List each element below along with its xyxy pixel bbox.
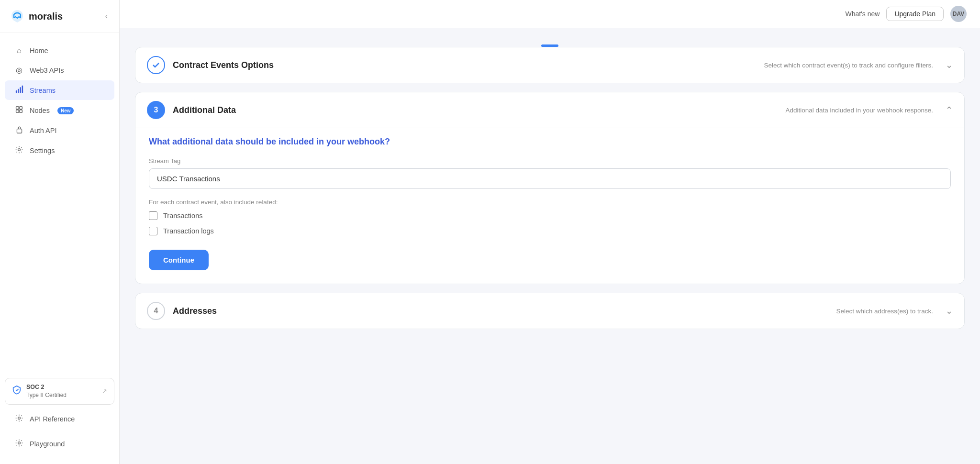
sidebar-item-playground-label: Playground [30,440,65,448]
svg-rect-3 [22,86,23,93]
playground-icon [14,439,24,449]
soc2-external-link-icon: ↗ [102,387,107,395]
sidebar-item-settings[interactable]: Settings [5,141,114,160]
contract-events-title: Contract Events Options [173,60,757,70]
sidebar-item-playground[interactable]: Playground [5,434,114,453]
sidebar-item-nodes-label: Nodes [30,107,50,114]
authapi-icon [14,126,24,135]
transaction-logs-checkbox-item: Transaction logs [149,227,951,235]
transactions-checkbox-item: Transactions [149,211,951,220]
content-area: Contract Events Options Select which con… [120,28,980,464]
svg-rect-1 [18,89,19,93]
svg-rect-6 [16,110,19,113]
svg-rect-7 [20,110,22,113]
contract-events-card: Contract Events Options Select which con… [135,47,965,83]
sidebar-item-authapi[interactable]: Auth API [5,121,114,140]
stream-tag-label: Stream Tag [149,157,951,165]
sidebar: moralis ‹ ⌂ Home ◎ Web3 APIs Streams [0,0,120,464]
transaction-logs-checkbox[interactable] [149,227,157,235]
tab-pill [541,44,558,47]
nodes-icon [14,106,24,115]
svg-point-9 [18,149,21,151]
step-circle-additional-data: 3 [147,101,165,119]
additional-data-desc: Additional data included in your webhook… [786,107,933,114]
soc2-badge[interactable]: SOC 2 Type II Certified ↗ [5,378,114,405]
svg-rect-8 [17,129,22,133]
sidebar-item-streams[interactable]: Streams [5,80,114,100]
sidebar-item-web3apis[interactable]: ◎ Web3 APIs [5,61,114,79]
step-circle-addresses: 4 [147,302,165,320]
svg-rect-0 [15,90,17,93]
sidebar-header: moralis ‹ [0,0,119,33]
sidebar-item-web3apis-label: Web3 APIs [30,66,64,74]
sidebar-item-streams-label: Streams [30,87,56,94]
sidebar-item-api-reference-label: API Reference [30,415,75,423]
sidebar-item-settings-label: Settings [30,147,55,155]
tab-indicator [135,42,965,47]
additional-data-body: What additional data should be included … [135,128,964,284]
transaction-logs-label: Transaction logs [163,227,214,235]
addresses-title: Addresses [173,306,828,316]
avatar[interactable]: DAV [950,6,967,22]
contract-events-chevron: ⌄ [946,60,953,70]
api-reference-icon [14,414,24,424]
addresses-header[interactable]: 4 Addresses Select which address(es) to … [135,293,964,329]
sidebar-item-home[interactable]: ⌂ Home [5,42,114,60]
additional-data-chevron: ⌃ [946,105,953,115]
home-icon: ⌂ [14,46,24,55]
svg-rect-4 [16,107,19,110]
transactions-checkbox[interactable] [149,211,157,220]
sidebar-item-home-label: Home [30,47,48,55]
settings-icon [14,146,24,155]
sidebar-nav: ⌂ Home ◎ Web3 APIs Streams [0,33,119,370]
svg-point-10 [18,417,21,420]
nodes-new-badge: New [57,107,74,114]
logo: moralis [10,9,63,24]
web3apis-icon: ◎ [14,66,24,75]
step-circle-contract-events [147,56,165,74]
sidebar-bottom: SOC 2 Type II Certified ↗ API Reference [0,370,119,464]
addresses-chevron: ⌄ [946,306,953,316]
addresses-card: 4 Addresses Select which address(es) to … [135,293,965,329]
soc2-icon [12,385,22,397]
svg-rect-5 [20,107,22,110]
soc2-text: SOC 2 Type II Certified [26,383,67,399]
app-name: moralis [29,11,63,22]
sidebar-collapse-button[interactable]: ‹ [103,10,110,22]
stream-tag-input[interactable] [149,168,951,189]
svg-point-11 [18,442,21,444]
additional-data-card: 3 Additional Data Additional data includ… [135,92,965,284]
moralis-logo-icon [10,9,25,24]
whats-new-button[interactable]: What's new [845,10,880,18]
related-label: For each contract event, also include re… [149,199,951,206]
additional-data-header[interactable]: 3 Additional Data Additional data includ… [135,92,964,128]
sidebar-item-nodes[interactable]: Nodes New [5,101,114,120]
upgrade-plan-button[interactable]: Upgrade Plan [886,7,944,21]
svg-rect-2 [20,87,21,93]
contract-events-desc: Select which contract event(s) to track … [764,62,933,69]
transactions-label: Transactions [163,212,202,220]
topbar: What's new Upgrade Plan DAV [120,0,980,28]
additional-data-title: Additional Data [173,105,778,115]
sidebar-item-authapi-label: Auth API [30,127,56,134]
main-content: What's new Upgrade Plan DAV Contract Eve… [120,0,980,464]
sidebar-item-api-reference[interactable]: API Reference [5,409,114,429]
webhook-question: What additional data should be included … [149,137,951,147]
contract-events-header[interactable]: Contract Events Options Select which con… [135,47,964,83]
addresses-desc: Select which address(es) to track. [836,308,933,315]
streams-icon [14,85,24,95]
continue-button[interactable]: Continue [149,250,209,270]
